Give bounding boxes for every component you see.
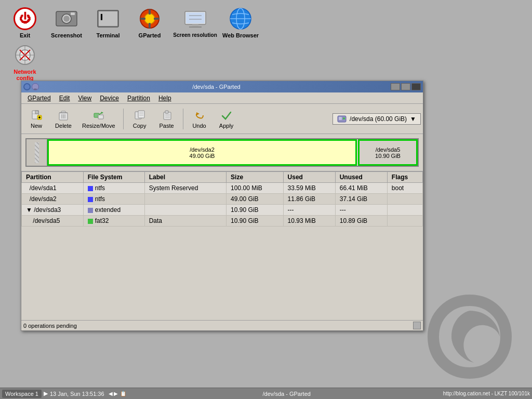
cell-unused: --- — [335, 205, 387, 216]
svg-rect-16 — [189, 26, 202, 28]
cell-flags — [387, 205, 422, 216]
svg-rect-14 — [186, 12, 205, 23]
titlebar-icon — [23, 83, 31, 90]
cell-used: 10.93 MiB — [283, 216, 335, 227]
workspace-label[interactable]: Workspace 1 — [2, 390, 42, 398]
sda2-label: /dev/sda2 — [190, 147, 215, 153]
taskbar-window-title[interactable]: /dev/sda - GParted — [263, 391, 311, 397]
minimize-wm-button[interactable] — [391, 83, 400, 90]
gparted-window: _ /dev/sda - GParted GParted Edit View D… — [21, 81, 423, 331]
cell-label: System Reserved — [144, 183, 226, 194]
svg-line-44 — [99, 113, 101, 115]
debian-swirl — [423, 290, 516, 383]
device-selector-label: /dev/sda (60.00 GiB) — [350, 115, 407, 123]
menubar: GParted Edit View Device Partition Help — [21, 92, 423, 104]
svg-rect-9 — [149, 9, 151, 15]
cell-unused: 66.41 MiB — [335, 183, 387, 194]
menu-partition[interactable]: Partition — [123, 94, 154, 103]
menu-view[interactable]: View — [74, 94, 96, 103]
svg-rect-52 — [165, 111, 168, 113]
cell-partition: /dev/sda5 — [22, 216, 84, 227]
taskbar: Workspace 1 ▶ 13 Jan, Sun 13:51:36 ◀ ▶ 📋… — [0, 388, 532, 399]
col-size: Size — [227, 172, 284, 183]
statusbar-text: 0 operations pending — [23, 323, 413, 329]
table-row[interactable]: /dev/sda1 ntfs System Reserved 100.00 Mi… — [22, 183, 423, 194]
partition-visual: /dev/sda2 49.00 GiB /dev/sda5 10.90 GiB — [21, 134, 423, 171]
web-browser-icon-button[interactable]: Web Browser — [220, 4, 261, 41]
cell-fs: ntfs — [83, 183, 144, 194]
undo-button[interactable]: Undo — [187, 107, 212, 131]
partition-table: Partition File System Label Size Used Un… — [21, 171, 423, 227]
gparted-label: GParted — [139, 32, 161, 38]
terminal-icon-button[interactable]: ▌ Terminal — [87, 4, 129, 41]
sda5-size: 10.90 GiB — [375, 153, 401, 159]
cell-unused: 10.89 GiB — [335, 216, 387, 227]
col-label: Label — [144, 172, 226, 183]
workspace-next[interactable]: ▶ — [114, 391, 118, 396]
svg-point-8 — [144, 14, 155, 24]
terminal-icon: ▌ — [96, 6, 121, 31]
toolbar: New Delete — [21, 104, 423, 134]
svg-text:▌: ▌ — [100, 14, 104, 20]
sda2-size: 49.00 GiB — [190, 153, 215, 159]
svg-rect-47 — [138, 111, 144, 118]
table-row[interactable]: /dev/sda2 ntfs 49.00 GiB 11.86 GiB 37.14… — [22, 194, 423, 205]
device-dropdown-arrow: ▼ — [410, 115, 416, 123]
table-row[interactable]: /dev/sda5 fat32 Data 10.90 GiB 10.93 MiB… — [22, 216, 423, 227]
gparted-icon-button[interactable]: GParted — [129, 4, 170, 41]
web-browser-label: Web Browser — [222, 32, 259, 38]
new-button[interactable]: New — [23, 107, 49, 131]
network-config-icon — [12, 43, 37, 68]
screenshot-icon-button[interactable]: Screenshot — [46, 4, 87, 41]
partition-segment-unallocated — [26, 139, 47, 166]
copy-icon — [134, 110, 145, 121]
svg-rect-43 — [98, 115, 103, 119]
web-browser-icon — [228, 6, 253, 31]
cell-used: 33.59 MiB — [283, 183, 335, 194]
resize-move-label: Resize/Move — [82, 123, 115, 129]
apply-icon — [221, 110, 232, 121]
paste-icon — [161, 110, 172, 121]
statusbar: 0 operations pending — [21, 320, 423, 330]
titlebar: _ /dev/sda - GParted — [21, 81, 423, 92]
empty-space — [21, 227, 423, 320]
toolbar-separator-1 — [123, 109, 124, 129]
gparted-icon — [137, 6, 162, 31]
col-used: Used — [283, 172, 335, 183]
minimize-button[interactable]: _ — [32, 83, 39, 90]
cell-partition: /dev/sda2 — [22, 194, 84, 205]
menu-gparted[interactable]: GParted — [23, 94, 55, 103]
network-config-icon-button[interactable]: Network config — [4, 41, 46, 83]
device-selector[interactable]: /dev/sda (60.00 GiB) ▼ — [332, 113, 421, 125]
screen-resolution-icon — [183, 6, 208, 31]
cell-unused: 37.14 GiB — [335, 194, 387, 205]
svg-marker-45 — [101, 112, 103, 114]
partition-segment-sda5[interactable]: /dev/sda5 10.90 GiB — [358, 139, 418, 166]
apply-button[interactable]: Apply — [214, 107, 240, 131]
copy-button[interactable]: Copy — [127, 107, 153, 131]
maximize-wm-button[interactable] — [401, 83, 410, 90]
menu-help[interactable]: Help — [154, 94, 176, 103]
paste-button[interactable]: Paste — [154, 107, 180, 131]
close-wm-button[interactable] — [411, 83, 421, 90]
svg-marker-56 — [196, 112, 200, 115]
screen-resolution-icon-button[interactable]: Screen resolution — [170, 4, 220, 40]
partition-segment-sda2[interactable]: /dev/sda2 49.00 GiB — [47, 139, 357, 166]
resize-move-button[interactable]: Resize/Move — [77, 107, 120, 131]
cell-fs: ntfs — [83, 194, 144, 205]
workspace-prev[interactable]: ◀ — [109, 391, 113, 396]
svg-rect-15 — [192, 24, 198, 26]
cell-size: 49.00 GiB — [227, 194, 284, 205]
exit-icon-button[interactable]: ⏻ Exit — [4, 4, 46, 41]
window-title: /dev/sda - GParted — [42, 84, 391, 90]
table-row[interactable]: ▼ /dev/sda3 extended 10.90 GiB --- --- — [22, 205, 423, 216]
delete-button[interactable]: Delete — [50, 107, 76, 131]
apply-label: Apply — [219, 123, 234, 129]
cell-flags: boot — [387, 183, 422, 194]
statusbar-scroll[interactable] — [413, 322, 421, 329]
menu-device[interactable]: Device — [96, 94, 123, 103]
cell-partition: ▼ /dev/sda3 — [22, 205, 84, 216]
disk-icon — [337, 115, 347, 123]
cell-partition: /dev/sda1 — [22, 183, 84, 194]
menu-edit[interactable]: Edit — [55, 94, 74, 103]
